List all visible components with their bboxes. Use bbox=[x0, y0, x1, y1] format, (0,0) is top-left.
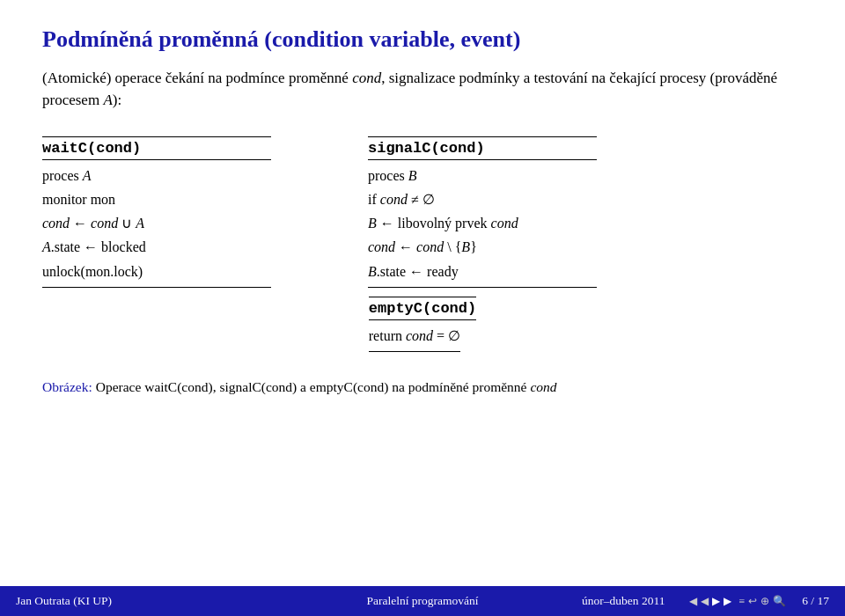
signalc-block: signalC(cond) proces B if cond ≠ ∅ B ← l… bbox=[368, 136, 597, 288]
nav-menu-icon[interactable]: ≡ bbox=[738, 595, 745, 608]
footer-date: únor–duben 2011 bbox=[582, 594, 665, 608]
list-item: cond ← cond \ {B} bbox=[368, 235, 597, 259]
waitc-title: waitC(cond) bbox=[42, 136, 271, 160]
caption-label: Obrázek: bbox=[42, 379, 92, 394]
footer-author: Jan Outrata (KI UP) bbox=[16, 594, 287, 608]
operations-wrapper: waitC(cond) proces A monitor mon cond ← … bbox=[42, 136, 803, 288]
subtitle: (Atomické) operace čekání na podmínce pr… bbox=[42, 67, 803, 112]
nav-icons: ◀ ◀ ▶ ▶ ≡ ↩ ⊕ 🔍 bbox=[689, 595, 786, 608]
footer-right: únor–duben 2011 ◀ ◀ ▶ ▶ ≡ ↩ ⊕ 🔍 6 / 17 bbox=[558, 594, 829, 608]
main-content: Podmíněná proměnná (condition variable, … bbox=[0, 0, 845, 397]
list-item: cond ← cond ∪ A bbox=[42, 211, 271, 235]
list-item: monitor mon bbox=[42, 187, 271, 211]
list-item: return cond = ∅ bbox=[369, 324, 460, 348]
waitc-block: waitC(cond) proces A monitor mon cond ← … bbox=[42, 136, 271, 288]
emptyc-title: emptyC(cond) bbox=[369, 297, 476, 320]
waitc-rows: proces A monitor mon cond ← cond ∪ A A.s… bbox=[42, 160, 271, 288]
footer-bar: Jan Outrata (KI UP) Paralelní programová… bbox=[0, 586, 845, 616]
list-item: B ← libovolný prvek cond bbox=[368, 211, 597, 235]
list-item: proces A bbox=[42, 164, 271, 187]
nav-zoom-icon[interactable]: ⊕ bbox=[760, 595, 769, 608]
footer-title: Paralelní programování bbox=[287, 594, 558, 608]
emptyc-container: emptyC(cond) return cond = ∅ bbox=[42, 297, 803, 352]
nav-prev-icon[interactable]: ◀ bbox=[701, 595, 709, 608]
signalc-title: signalC(cond) bbox=[368, 136, 597, 160]
nav-next-icon[interactable]: ▶ bbox=[712, 595, 720, 608]
nav-back-icon[interactable]: ↩ bbox=[748, 595, 757, 608]
figure-caption: Obrázek: Operace waitC(cond), signalC(co… bbox=[42, 377, 803, 397]
list-item: B.state ← ready bbox=[368, 260, 597, 283]
list-item: if cond ≠ ∅ bbox=[368, 187, 597, 211]
list-item: unlock(mon.lock) bbox=[42, 260, 271, 283]
list-item: proces B bbox=[368, 164, 597, 187]
emptyc-block: emptyC(cond) return cond = ∅ bbox=[369, 297, 476, 352]
list-item: A.state ← blocked bbox=[42, 235, 271, 259]
footer-page: 6 / 17 bbox=[802, 594, 829, 608]
emptyc-rows: return cond = ∅ bbox=[369, 320, 460, 352]
nav-last-icon[interactable]: ▶ bbox=[724, 595, 731, 608]
signalc-rows: proces B if cond ≠ ∅ B ← libovolný prvek… bbox=[368, 160, 597, 288]
page-title: Podmíněná proměnná (condition variable, … bbox=[42, 25, 803, 55]
nav-first-icon[interactable]: ◀ bbox=[689, 595, 697, 608]
nav-search-icon[interactable]: 🔍 bbox=[773, 595, 786, 608]
